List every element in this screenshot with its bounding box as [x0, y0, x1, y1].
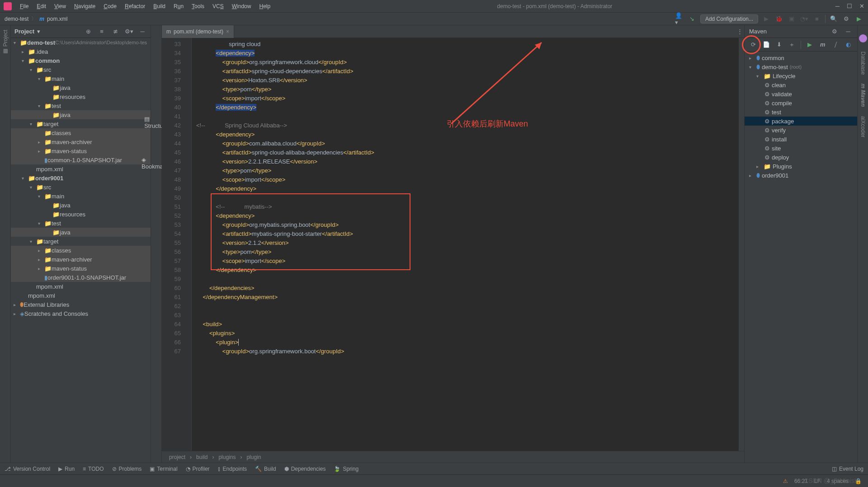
maven-order9001[interactable]: order9001	[762, 172, 788, 179]
menu-window[interactable]: Window	[228, 2, 255, 10]
tree-resources[interactable]: resources	[60, 94, 85, 100]
maven-validate[interactable]: validate	[772, 91, 792, 98]
menu-build[interactable]: Build	[150, 2, 169, 10]
tree-target[interactable]: target	[43, 121, 58, 127]
tree-main[interactable]: main	[52, 75, 64, 82]
search-icon[interactable]: 🔍	[829, 14, 838, 23]
add-project-icon[interactable]: ＋	[788, 40, 797, 49]
build-button[interactable]: 🔨 Build	[255, 466, 276, 472]
version-control-button[interactable]: ⎇ Version Control	[5, 466, 50, 472]
execute-goal-icon[interactable]: m	[819, 40, 827, 49]
user-icon[interactable]: 👤▾	[675, 14, 684, 23]
tree-java[interactable]: java	[60, 84, 71, 91]
menu-code[interactable]: Code	[100, 2, 120, 10]
maven-clean[interactable]: clean	[772, 82, 786, 89]
tree-java-test[interactable]: java	[60, 112, 71, 118]
minimize-icon[interactable]: ─	[835, 3, 840, 9]
run-anything-icon[interactable]: ▶	[854, 14, 863, 23]
select-opened-file-icon[interactable]: ⊕	[84, 27, 93, 36]
breadcrumb-file[interactable]: pom.xml	[47, 16, 67, 22]
maven-verify[interactable]: verify	[772, 127, 786, 134]
generate-sources-icon[interactable]: 📄	[762, 40, 771, 49]
menu-refactor[interactable]: Refactor	[121, 2, 149, 10]
event-log-button[interactable]: ◫ Event Log	[832, 466, 863, 472]
maven-common[interactable]: common	[762, 55, 784, 61]
tree-java-test2[interactable]: java	[60, 229, 71, 236]
terminal-button[interactable]: ▣ Terminal	[150, 466, 177, 472]
run-maven-icon[interactable]: ▶	[806, 40, 814, 49]
toggle-offline-icon[interactable]: ⧸	[831, 40, 840, 49]
tree-pom-root[interactable]: pom.xml	[33, 292, 55, 299]
project-view-label[interactable]: Project	[14, 28, 34, 35]
warning-icon[interactable]: ⚠	[783, 478, 788, 484]
tree-pom-common[interactable]: pom.xml	[41, 166, 63, 173]
coverage-icon[interactable]: ▣	[787, 14, 796, 23]
tree-classes2[interactable]: classes	[52, 247, 71, 254]
tree-java2[interactable]: java	[60, 202, 71, 209]
crumb-project[interactable]: project	[169, 454, 185, 460]
tree-test[interactable]: test	[52, 103, 61, 109]
toggle-skip-tests-icon[interactable]: ◐	[844, 40, 853, 49]
tree-maven-status[interactable]: maven-status	[52, 148, 87, 155]
endpoints-button[interactable]: ⫿ Endpoints	[218, 466, 247, 472]
crumb-plugins[interactable]: plugins	[218, 454, 236, 460]
stop-icon[interactable]: ■	[812, 14, 821, 23]
tree-common[interactable]: common	[35, 57, 60, 64]
hammer-icon[interactable]: ↘	[688, 14, 697, 23]
tree-scratches[interactable]: Scratches and Consoles	[24, 310, 88, 317]
breadcrumb-project[interactable]: demo-test	[5, 16, 28, 22]
run-tool-button[interactable]: ▶ Run	[58, 466, 75, 472]
maven-test[interactable]: test	[772, 109, 781, 116]
maven-lifecycle[interactable]: Lifecycle	[773, 73, 796, 80]
menu-vcs[interactable]: VCS	[209, 2, 227, 10]
tree-resources2[interactable]: resources	[60, 211, 85, 218]
reload-icon[interactable]: ⟳	[749, 40, 758, 49]
menu-navigate[interactable]: Navigate	[71, 2, 99, 10]
aixcoder-tool-button[interactable]: aiXcoder	[860, 116, 866, 137]
tree-src2[interactable]: src	[43, 184, 51, 191]
maven-settings-icon[interactable]: ⚙	[830, 27, 839, 36]
tree-ext-lib[interactable]: External Libraries	[24, 301, 69, 308]
download-sources-icon[interactable]: ⬇	[775, 40, 783, 49]
maven-install[interactable]: install	[772, 136, 787, 143]
tree-target2[interactable]: target	[43, 238, 58, 245]
settings-icon[interactable]: ⚙	[842, 14, 851, 23]
maven-tree[interactable]: ▸⬮ common ▾⬮ demo-test (root) ▾📁 Lifecyc…	[745, 52, 857, 463]
fold-gutter[interactable]	[184, 38, 192, 451]
maven-compile[interactable]: compile	[772, 100, 792, 107]
tree-maven-status2[interactable]: maven-status	[52, 265, 87, 272]
close-icon[interactable]: ✕	[859, 3, 864, 9]
editor-scrollbar[interactable]	[739, 38, 744, 451]
menu-tools[interactable]: Tools	[188, 2, 208, 10]
maven-deploy[interactable]: deploy	[772, 154, 789, 161]
debug-icon[interactable]: 🐞	[774, 14, 783, 23]
maven-hide-icon[interactable]: ─	[844, 27, 853, 36]
menu-file[interactable]: File	[16, 2, 32, 10]
code-editor[interactable]: 3334353637383940414243444546474849505152…	[162, 38, 744, 451]
tab-more-icon[interactable]: ⋮	[735, 27, 744, 36]
tree-pom-order[interactable]: pom.xml	[41, 283, 63, 290]
tree-main2[interactable]: main	[52, 193, 64, 200]
maximize-icon[interactable]: ☐	[847, 3, 852, 9]
tab-pom-demo-test[interactable]: m pom.xml (demo-test) ×	[162, 25, 234, 38]
problems-button[interactable]: ⊘ Problems	[112, 466, 142, 472]
hide-panel-icon[interactable]: ─	[138, 27, 147, 36]
menu-edit[interactable]: Edit	[33, 2, 50, 10]
tree-maven-archiver2[interactable]: maven-archiver	[52, 256, 92, 263]
maven-plugins[interactable]: Plugins	[773, 163, 792, 170]
project-tree[interactable]: ▾📁 demo-test C:\Users\Administrator\Desk…	[11, 38, 151, 463]
menu-run[interactable]: Run	[170, 2, 187, 10]
menu-view[interactable]: View	[51, 2, 70, 10]
tree-test2[interactable]: test	[52, 220, 61, 227]
panel-settings-icon[interactable]: ⚙▾	[124, 27, 133, 36]
profiler-button[interactable]: ◔ Profiler	[186, 466, 210, 472]
avatar-icon[interactable]	[859, 34, 867, 42]
project-view-dropdown[interactable]: ▾	[37, 28, 40, 35]
menu-help[interactable]: Help	[255, 2, 274, 10]
maven-package[interactable]: package	[772, 118, 794, 125]
tree-order-jar[interactable]: order9001-1.0-SNAPSHOT.jar	[47, 274, 126, 281]
crumb-plugin[interactable]: plugin	[246, 454, 261, 460]
tree-order9001[interactable]: order9001	[35, 175, 63, 182]
todo-button[interactable]: ≡ TODO	[83, 466, 104, 472]
tree-root[interactable]: demo-test	[27, 39, 55, 46]
